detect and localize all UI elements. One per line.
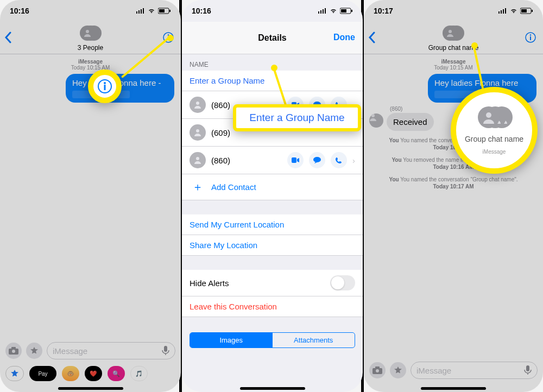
conversation-title: 3 People bbox=[78, 44, 103, 52]
info-button[interactable] bbox=[525, 31, 536, 46]
hide-alerts-toggle[interactable] bbox=[330, 275, 355, 290]
cellular-icon bbox=[318, 8, 327, 14]
share-location-button[interactable]: Share My Location bbox=[182, 235, 363, 256]
svg-rect-21 bbox=[320, 10, 321, 14]
dictate-icon[interactable] bbox=[162, 346, 169, 356]
camera-button[interactable] bbox=[369, 362, 386, 378]
camera-button[interactable] bbox=[5, 343, 22, 359]
dictate-icon[interactable] bbox=[524, 365, 532, 375]
contact-row[interactable]: (860) › bbox=[182, 147, 363, 174]
svg-point-18 bbox=[104, 82, 106, 84]
battery-icon bbox=[520, 8, 533, 14]
svg-rect-20 bbox=[318, 11, 319, 14]
screenshot-details: 10:16 Details Done NAME Enter a Group Na… bbox=[182, 0, 363, 392]
svg-point-54 bbox=[486, 112, 491, 118]
callout-group-name-zoom: Enter a Group Name bbox=[233, 104, 361, 131]
svg-rect-1 bbox=[138, 10, 140, 14]
battery-icon bbox=[340, 8, 353, 14]
group-avatar[interactable] bbox=[80, 24, 102, 43]
svg-point-47 bbox=[371, 114, 375, 117]
svg-point-31 bbox=[196, 157, 199, 160]
segment-attachments[interactable]: Attachments bbox=[273, 333, 355, 347]
svg-rect-25 bbox=[341, 9, 346, 12]
svg-rect-6 bbox=[169, 10, 171, 12]
status-bar: 10:16 bbox=[182, 0, 363, 22]
svg-rect-51 bbox=[526, 365, 529, 371]
nav-bar: Details Done bbox=[182, 22, 363, 54]
svg-rect-14 bbox=[11, 347, 16, 349]
status-time: 10:16 bbox=[192, 7, 211, 15]
svg-rect-5 bbox=[159, 9, 165, 12]
hide-alerts-row: Hide Alerts bbox=[182, 270, 363, 296]
svg-point-27 bbox=[196, 102, 199, 105]
nav-bar: Group chat name bbox=[364, 22, 543, 54]
group-avatar[interactable] bbox=[443, 24, 464, 43]
status-time: 10:16 bbox=[10, 7, 29, 15]
callout-title-zoom: Group chat name iMessage bbox=[451, 87, 538, 174]
home-indicator[interactable] bbox=[240, 387, 305, 390]
svg-point-50 bbox=[376, 369, 379, 372]
svg-point-30 bbox=[196, 129, 199, 132]
svg-rect-49 bbox=[375, 366, 380, 369]
svg-point-15 bbox=[12, 350, 15, 353]
app-drawer[interactable]: Pay 🐵 ❤️ 🔍 🎵 bbox=[0, 364, 181, 383]
svg-rect-0 bbox=[136, 11, 137, 14]
wifi-icon bbox=[509, 8, 518, 14]
page-title: Details bbox=[258, 33, 286, 43]
group-name-field[interactable]: Enter a Group Name bbox=[182, 71, 363, 91]
svg-rect-37 bbox=[505, 8, 506, 14]
add-contact-button[interactable]: ＋ Add Contact bbox=[182, 174, 363, 200]
thread-timestamp: iMessageToday 10:15 AM bbox=[0, 54, 181, 72]
svg-point-33 bbox=[313, 157, 321, 162]
callout-info-button-zoom bbox=[88, 69, 122, 103]
home-indicator[interactable] bbox=[58, 387, 123, 390]
back-button[interactable] bbox=[368, 31, 376, 46]
home-indicator[interactable] bbox=[421, 387, 486, 390]
phone-icon[interactable] bbox=[331, 152, 347, 168]
screenshot-renamed: 10:17 Group chat name iMessageToday 10:1… bbox=[364, 0, 543, 392]
cellular-icon bbox=[498, 8, 507, 14]
status-bar: 10:17 bbox=[364, 0, 543, 22]
svg-rect-39 bbox=[521, 9, 527, 12]
app-store-button[interactable] bbox=[26, 343, 42, 359]
screenshot-conversation: 10:16 3 People iMessageToday 10:15 AM He… bbox=[0, 0, 181, 392]
wifi-icon bbox=[329, 8, 338, 14]
svg-rect-34 bbox=[498, 11, 500, 14]
svg-rect-36 bbox=[503, 9, 504, 14]
svg-rect-3 bbox=[143, 8, 144, 14]
done-button[interactable]: Done bbox=[333, 33, 355, 42]
svg-rect-22 bbox=[323, 9, 324, 14]
facetime-icon[interactable] bbox=[287, 152, 304, 168]
wifi-icon bbox=[147, 8, 156, 14]
status-time: 10:17 bbox=[374, 7, 393, 15]
app-store-button[interactable] bbox=[390, 362, 406, 378]
message-input[interactable]: iMessage bbox=[411, 362, 538, 379]
segmented-control: Images Attachments bbox=[190, 332, 355, 348]
back-button[interactable] bbox=[4, 31, 12, 46]
svg-rect-40 bbox=[532, 10, 533, 12]
svg-rect-46 bbox=[530, 36, 531, 40]
leave-conversation-button[interactable]: Leave this Conversation bbox=[182, 296, 363, 317]
svg-rect-16 bbox=[164, 346, 167, 352]
segment-images[interactable]: Images bbox=[190, 333, 273, 347]
svg-point-43 bbox=[449, 30, 452, 33]
compose-bar: iMessage bbox=[0, 339, 181, 363]
svg-rect-23 bbox=[325, 8, 326, 14]
message-icon[interactable] bbox=[309, 152, 325, 168]
svg-rect-26 bbox=[351, 10, 352, 12]
chevron-right-icon: › bbox=[352, 156, 355, 165]
send-location-button[interactable]: Send My Current Location bbox=[182, 214, 363, 235]
svg-rect-2 bbox=[141, 9, 142, 14]
message-input[interactable]: iMessage bbox=[47, 342, 175, 359]
plus-icon: ＋ bbox=[190, 180, 206, 194]
battery-icon bbox=[158, 8, 171, 14]
cellular-icon bbox=[136, 8, 145, 14]
svg-rect-19 bbox=[104, 85, 106, 90]
svg-point-45 bbox=[530, 34, 532, 36]
svg-rect-35 bbox=[501, 10, 502, 14]
thread-timestamp: iMessageToday 10:15 AM bbox=[364, 54, 543, 72]
system-event: You You named the conversation "Group ch… bbox=[364, 173, 543, 193]
status-bar: 10:16 bbox=[0, 0, 181, 22]
svg-rect-32 bbox=[292, 157, 296, 163]
svg-point-9 bbox=[86, 30, 89, 33]
